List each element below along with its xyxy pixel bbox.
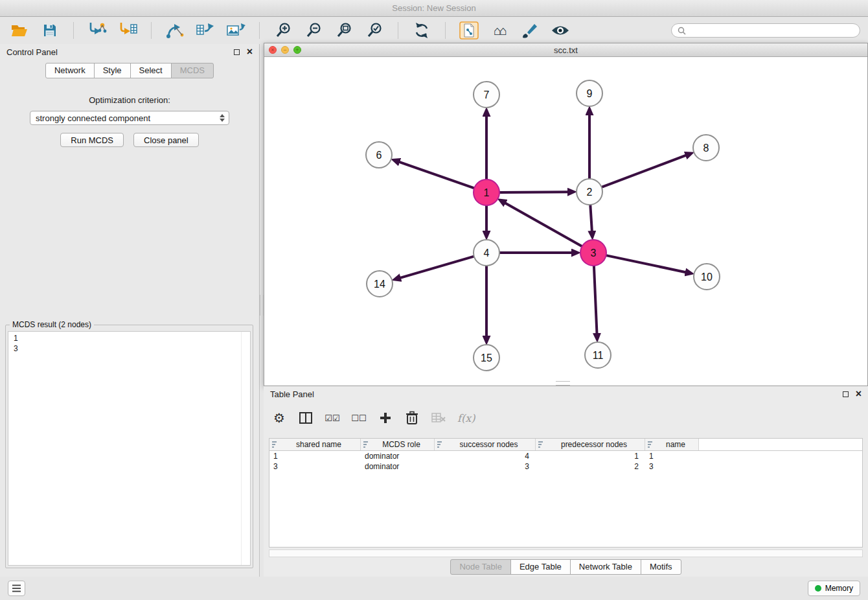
select-all-button[interactable]: ☑☑ bbox=[325, 409, 340, 427]
horizontal-splitter-handle[interactable] bbox=[556, 381, 570, 386]
column-header-shared-name[interactable]: shared name bbox=[269, 439, 361, 450]
node-2[interactable]: 2 bbox=[577, 179, 602, 205]
svg-text:10: 10 bbox=[701, 271, 713, 283]
node-10[interactable]: 10 bbox=[694, 264, 720, 290]
tab-mcds[interactable]: MCDS bbox=[171, 63, 214, 78]
open-file-button[interactable] bbox=[6, 20, 32, 41]
node-14[interactable]: 14 bbox=[367, 271, 393, 297]
mcds-result-list[interactable]: 1 3 bbox=[8, 331, 251, 566]
node-6[interactable]: 6 bbox=[366, 142, 392, 168]
refresh-view-button[interactable] bbox=[409, 20, 435, 41]
search-input[interactable] bbox=[690, 25, 854, 36]
edge-1-2[interactable] bbox=[499, 192, 568, 192]
mcds-result-line: 3 bbox=[14, 343, 245, 354]
table-row[interactable]: 1 dominator 4 1 1 bbox=[269, 451, 862, 461]
export-table-icon bbox=[196, 22, 215, 39]
node-15[interactable]: 15 bbox=[474, 345, 499, 371]
column-header-mcds-role[interactable]: MCDS role bbox=[361, 439, 435, 450]
run-mcds-button[interactable]: Run MCDS bbox=[60, 133, 124, 147]
zoom-selected-button[interactable] bbox=[361, 20, 387, 41]
apply-style-button[interactable] bbox=[517, 20, 543, 41]
edge-3-10[interactable] bbox=[606, 255, 686, 272]
float-panel-icon[interactable] bbox=[234, 49, 240, 55]
network-canvas[interactable]: 7968124314101511 bbox=[264, 57, 867, 386]
search-box[interactable] bbox=[671, 23, 860, 38]
window-minimize-button[interactable]: − bbox=[281, 46, 289, 54]
float-panel-icon[interactable] bbox=[843, 391, 849, 397]
column-sort-icon bbox=[272, 441, 279, 448]
tab-select[interactable]: Select bbox=[130, 63, 172, 78]
create-column-button[interactable] bbox=[378, 409, 393, 427]
node-11[interactable]: 11 bbox=[585, 342, 611, 368]
network-window-titlebar[interactable]: × − + scc.txt bbox=[264, 43, 867, 57]
paintbrush-icon bbox=[521, 22, 538, 39]
node-4[interactable]: 4 bbox=[474, 240, 499, 266]
table-row[interactable]: 3 dominator 3 2 3 bbox=[269, 461, 862, 472]
column-header-name[interactable]: name bbox=[645, 439, 699, 450]
control-panel-title: Control Panel bbox=[6, 47, 58, 57]
cell-shared-name: 3 bbox=[269, 462, 361, 471]
window-close-button[interactable]: × bbox=[269, 46, 277, 54]
function-builder-button[interactable]: f(x) bbox=[457, 409, 475, 427]
tab-edge-table[interactable]: Edge Table bbox=[510, 559, 571, 575]
export-image-button[interactable] bbox=[223, 20, 249, 41]
tab-network[interactable]: Network bbox=[45, 63, 95, 78]
control-panel: Control Panel × Network Style Select MCD… bbox=[0, 44, 260, 577]
edge-1-6[interactable] bbox=[399, 162, 474, 189]
import-table-button[interactable] bbox=[115, 20, 141, 41]
delete-table-button[interactable] bbox=[431, 409, 446, 427]
optimization-criterion-select[interactable]: strongly connected component bbox=[30, 111, 229, 125]
node-7[interactable]: 7 bbox=[474, 82, 499, 108]
tab-network-table[interactable]: Network Table bbox=[570, 559, 641, 575]
titlebar[interactable]: Session: New Session bbox=[0, 0, 868, 17]
node-1[interactable]: 1 bbox=[474, 179, 499, 205]
search-icon bbox=[678, 27, 686, 35]
delete-column-button[interactable] bbox=[404, 409, 420, 427]
deselect-all-button[interactable]: ☐☐ bbox=[351, 409, 367, 427]
edge-2-3[interactable] bbox=[590, 205, 592, 231]
save-session-button[interactable] bbox=[37, 20, 63, 41]
mcds-result-title: MCDS result (2 nodes) bbox=[10, 320, 94, 329]
horizontal-scrollbar[interactable] bbox=[269, 549, 863, 557]
node-8[interactable]: 8 bbox=[693, 135, 719, 161]
tab-node-table[interactable]: Node Table bbox=[450, 559, 511, 575]
table-options-button[interactable]: ⚙ bbox=[271, 409, 287, 427]
svg-text:11: 11 bbox=[593, 350, 604, 361]
export-network-button[interactable] bbox=[162, 20, 188, 41]
node-9[interactable]: 9 bbox=[577, 80, 602, 106]
zoom-fit-button[interactable] bbox=[331, 20, 357, 41]
show-columns-button[interactable] bbox=[298, 409, 314, 427]
window-maximize-button[interactable]: + bbox=[293, 46, 301, 54]
node-3[interactable]: 3 bbox=[580, 240, 606, 266]
svg-text:4: 4 bbox=[484, 248, 490, 259]
task-history-button[interactable] bbox=[8, 581, 25, 596]
close-panel-icon[interactable]: × bbox=[856, 389, 862, 399]
zoom-in-button[interactable] bbox=[270, 20, 296, 41]
import-table-icon bbox=[118, 22, 137, 39]
tab-motifs[interactable]: Motifs bbox=[641, 559, 681, 575]
column-sort-icon bbox=[437, 441, 444, 448]
svg-text:15: 15 bbox=[481, 352, 492, 363]
edge-3-11[interactable] bbox=[594, 266, 597, 334]
import-network-button[interactable] bbox=[84, 20, 110, 41]
edge-3-1[interactable] bbox=[505, 203, 582, 246]
close-panel-button[interactable]: Close panel bbox=[133, 133, 199, 147]
vertical-splitter-handle[interactable] bbox=[260, 295, 264, 316]
close-panel-icon[interactable]: × bbox=[247, 47, 253, 57]
first-neighbors-button[interactable]: ⌂⌂ bbox=[486, 20, 512, 41]
edge-4-14[interactable] bbox=[400, 257, 474, 278]
columns-icon bbox=[299, 412, 312, 424]
zoom-in-icon bbox=[275, 22, 292, 40]
edge-2-8[interactable] bbox=[602, 156, 686, 187]
network-window-title: scc.txt bbox=[264, 45, 867, 55]
memory-button[interactable]: Memory bbox=[808, 581, 860, 596]
show-graphics-details-button[interactable] bbox=[547, 20, 573, 41]
zoom-out-button[interactable] bbox=[301, 20, 326, 41]
open-folder-icon bbox=[10, 23, 29, 38]
open-session-document-button[interactable] bbox=[456, 20, 482, 41]
export-table-button[interactable] bbox=[192, 20, 218, 41]
tab-style[interactable]: Style bbox=[94, 63, 131, 78]
column-header-predecessor-nodes[interactable]: predecessor nodes bbox=[536, 439, 645, 450]
column-header-successor-nodes[interactable]: successor nodes bbox=[435, 439, 536, 450]
memory-label: Memory bbox=[825, 584, 853, 593]
